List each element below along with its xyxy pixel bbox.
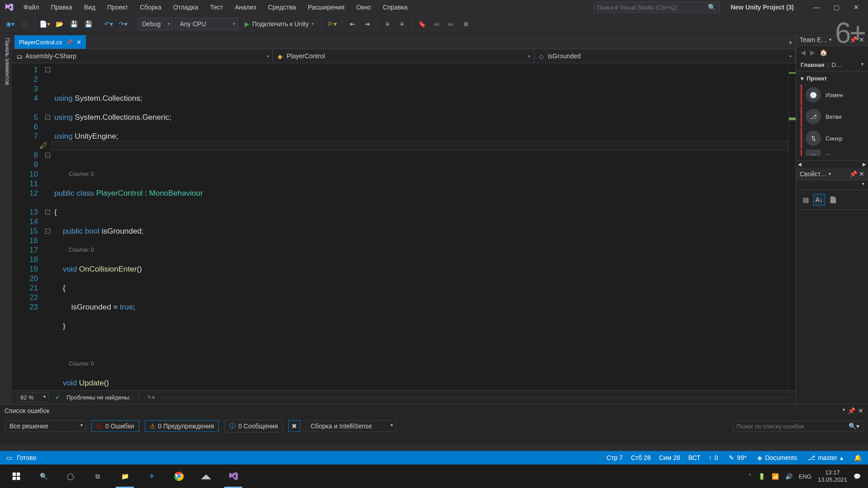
- menu-project[interactable]: Проект: [102, 1, 133, 14]
- menu-help[interactable]: Справка: [377, 1, 413, 14]
- codelens-oncollision[interactable]: Ссылок: 0: [54, 245, 788, 255]
- tab-playercontrol[interactable]: PlayerControl.cs 📌 ✕: [14, 35, 86, 49]
- indent-less-icon[interactable]: ⇤: [346, 18, 359, 30]
- menu-file[interactable]: Файл: [18, 1, 44, 14]
- quick-search-input[interactable]: [597, 4, 708, 11]
- error-source-selector[interactable]: Сборка и IntelliSense: [306, 420, 396, 432]
- close-button[interactable]: ✕: [848, 4, 864, 11]
- te-back-icon[interactable]: ◀: [801, 49, 806, 56]
- tray-language[interactable]: ENG: [799, 473, 811, 480]
- error-scope-selector[interactable]: Все решение: [5, 420, 86, 432]
- indent-more-icon[interactable]: ⇥: [361, 18, 373, 30]
- new-file-icon[interactable]: 📄▾: [38, 18, 51, 30]
- props-pages-icon[interactable]: 📄: [827, 194, 839, 206]
- start-button[interactable]: [3, 465, 30, 488]
- close-icon[interactable]: ✕: [859, 170, 864, 178]
- tray-notification-icon[interactable]: 💬: [854, 473, 861, 480]
- nav-class[interactable]: ◆ PlayerControl: [273, 49, 534, 63]
- build-intellisense-toggle[interactable]: ✖: [288, 420, 300, 432]
- minimize-button[interactable]: —: [808, 4, 825, 11]
- quick-search[interactable]: 🔍: [593, 1, 720, 13]
- error-search[interactable]: 🔍▾: [732, 421, 863, 432]
- te-forward-icon[interactable]: ▶: [810, 49, 815, 56]
- notifications-icon[interactable]: 🔔: [854, 454, 862, 461]
- menu-window[interactable]: Окно: [351, 1, 377, 14]
- comment-icon[interactable]: ≡: [381, 18, 394, 30]
- toolbox-collapsed-tab[interactable]: Панель элементов: [0, 33, 12, 404]
- unity-button[interactable]: ◢◣: [193, 465, 220, 488]
- chrome-button[interactable]: [165, 465, 193, 488]
- te-section-project[interactable]: ▾Проект: [801, 75, 863, 82]
- properties-header[interactable]: Свойст… ▾ 📌 ✕: [796, 168, 868, 180]
- status-push[interactable]: ↑0: [709, 454, 718, 461]
- vertical-scrollbar[interactable]: [788, 63, 796, 390]
- status-changes[interactable]: ✎99*: [729, 454, 746, 461]
- te-item-changes[interactable]: 🕘 Измен: [801, 84, 863, 105]
- tool-flag-icon[interactable]: 🏳▾: [326, 18, 339, 30]
- nav-project[interactable]: 🗂 Assembly-CSharp: [12, 49, 273, 63]
- maximize-button[interactable]: ▢: [828, 4, 844, 11]
- warnings-filter[interactable]: ⚠ 0 Предупреждения: [145, 420, 219, 432]
- scroll-left-icon[interactable]: ◀: [798, 162, 802, 167]
- zoom-selector[interactable]: 82 %: [17, 393, 49, 402]
- te-tab-main[interactable]: Главная: [801, 61, 825, 68]
- close-icon[interactable]: ✕: [858, 407, 863, 414]
- tray-chevron-icon[interactable]: ˄: [749, 473, 752, 480]
- nav-forward-icon[interactable]: ◌: [18, 18, 31, 30]
- telegram-button[interactable]: ✈: [138, 465, 165, 488]
- menu-analyze[interactable]: Анализ: [229, 1, 261, 14]
- redo-icon[interactable]: ↷▾: [117, 18, 129, 30]
- tray-volume-icon[interactable]: 🔊: [785, 473, 793, 480]
- errors-filter[interactable]: ⮾ 0 Ошибки: [91, 420, 139, 432]
- fold-column[interactable]: - - - --: [43, 63, 52, 390]
- pin-icon[interactable]: 📌: [848, 407, 855, 414]
- uncomment-icon[interactable]: ≡: [396, 18, 408, 30]
- status-branch[interactable]: ⎇master ▴: [808, 454, 843, 461]
- messages-filter[interactable]: ⓘ 0 Сообщения: [224, 420, 283, 432]
- pin-icon[interactable]: 📌: [849, 170, 857, 178]
- te-item-sync[interactable]: ⇅ Синхр: [801, 128, 863, 149]
- platform-selector[interactable]: Any CPU: [175, 18, 238, 30]
- undo-icon[interactable]: ↶▾: [102, 18, 115, 30]
- tray-clock[interactable]: 13:17 13.05.2021: [818, 469, 847, 483]
- menu-view[interactable]: Вид: [79, 1, 101, 14]
- code-editor[interactable]: 1234 567 89101112 1314151617181920212223…: [12, 63, 796, 390]
- nav-member[interactable]: ◇ isGrounded: [534, 49, 796, 63]
- bookmark-clear-icon[interactable]: ⏹: [459, 18, 472, 30]
- code-content[interactable]: 🖊 using System.Collections; using System…: [52, 63, 788, 390]
- lightbulb-icon[interactable]: ✎▾: [147, 394, 155, 401]
- te-home-icon[interactable]: 🏠: [820, 49, 827, 56]
- tab-dropdown-icon[interactable]: ▾: [785, 36, 796, 49]
- props-categorized-icon[interactable]: ▤: [800, 194, 811, 206]
- te-item-branches[interactable]: ⎇ Ветви: [801, 106, 863, 127]
- tray-battery-icon[interactable]: 🔋: [758, 473, 765, 480]
- te-item-more[interactable]: … …: [801, 150, 863, 156]
- bookmark-prev-icon[interactable]: ⏮: [430, 18, 443, 30]
- nav-back-icon[interactable]: ◉▾: [4, 18, 16, 30]
- status-repo[interactable]: ◈Documents: [757, 454, 797, 461]
- save-icon[interactable]: 💾: [67, 18, 80, 30]
- attach-to-unity-button[interactable]: ▶ Подключить к Unity ▾: [240, 20, 318, 28]
- te-tab-aux[interactable]: D…: [831, 61, 841, 68]
- menu-tools[interactable]: Средства: [263, 1, 302, 14]
- cortana-button[interactable]: ◯: [57, 465, 84, 488]
- save-all-icon[interactable]: 💾: [82, 18, 94, 30]
- close-icon[interactable]: ✕: [76, 39, 81, 46]
- dropdown-icon[interactable]: ▾: [843, 407, 845, 414]
- search-button[interactable]: 🔍: [30, 465, 57, 488]
- scroll-right-icon[interactable]: ▶: [863, 162, 866, 167]
- menu-edit[interactable]: Правка: [45, 1, 77, 14]
- explorer-button[interactable]: 📁: [111, 465, 138, 488]
- codelens-class[interactable]: Ссылок: 0: [54, 169, 788, 179]
- tray-wifi-icon[interactable]: 📶: [772, 473, 779, 480]
- quick-action-icon[interactable]: 🖊: [40, 141, 47, 148]
- visual-studio-button[interactable]: [220, 465, 247, 488]
- pin-icon[interactable]: 📌: [66, 39, 73, 46]
- bookmark-next-icon[interactable]: ⏭: [445, 18, 458, 30]
- menu-test[interactable]: Тест: [204, 1, 228, 14]
- task-view-button[interactable]: ⧉: [84, 465, 111, 488]
- menu-debug[interactable]: Отладка: [168, 1, 203, 14]
- error-search-input[interactable]: [736, 423, 849, 430]
- configuration-selector[interactable]: Debug: [137, 18, 173, 30]
- menu-extensions[interactable]: Расширения: [302, 1, 350, 14]
